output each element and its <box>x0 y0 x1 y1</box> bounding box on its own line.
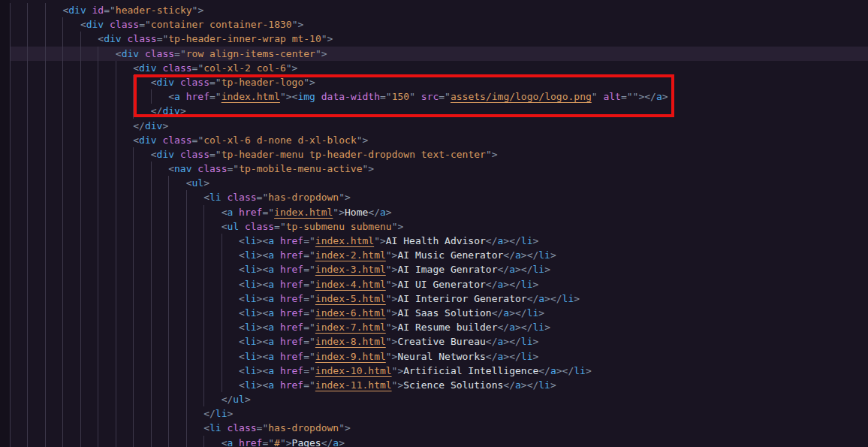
tag-name: nav <box>174 163 191 174</box>
tag-name: li <box>521 235 533 246</box>
code-line[interactable]: <li><a href="index-11.html">Science Solu… <box>10 378 868 392</box>
tag-name: li <box>574 365 586 376</box>
code-line[interactable]: </li> <box>10 406 868 421</box>
code-line[interactable]: <div class="container container-1830"> <box>10 17 868 32</box>
tag-name: a <box>268 351 274 362</box>
punct: =" <box>262 207 274 218</box>
indent-guide <box>116 205 133 219</box>
text-content: Science Solutions <box>403 379 503 391</box>
indent-guide <box>116 320 133 334</box>
punct: "> <box>363 163 375 174</box>
punct: < <box>133 62 139 74</box>
attr-name: href <box>274 235 303 246</box>
code-line[interactable]: <nav class="tp-mobile-menu-active"> <box>10 162 868 176</box>
indent-guide <box>133 176 150 190</box>
code-editor[interactable]: <div id="header-sticky"><div class="cont… <box>0 0 868 447</box>
indent-guide <box>116 190 133 204</box>
file-link[interactable]: index-5.html <box>315 293 386 304</box>
gutter-strip <box>0 0 10 447</box>
indent-guide <box>222 248 239 262</box>
code-line[interactable]: </div> <box>10 119 868 133</box>
file-link[interactable]: index-10.html <box>315 365 392 376</box>
code-line[interactable]: <li><a href="index-7.html">AI Resume bui… <box>10 320 868 334</box>
file-link[interactable]: index-3.html <box>315 264 386 275</box>
file-link[interactable]: index-4.html <box>315 279 386 290</box>
code-line[interactable]: <a href="#">Pages</a> <box>10 436 868 447</box>
indent-guide <box>27 176 44 190</box>
code-area[interactable]: <div id="header-sticky"><div class="cont… <box>10 3 868 447</box>
indent-guide <box>10 133 27 147</box>
indent-guide <box>10 205 27 219</box>
attr-name: class <box>139 48 174 59</box>
indent-guide <box>133 248 150 262</box>
code-line[interactable]: </ul> <box>10 392 868 406</box>
tag-name: li <box>245 293 257 304</box>
code-line[interactable]: <li><a href="index-2.html">AI Music Gene… <box>10 248 868 262</box>
indent-guide <box>10 320 27 334</box>
code-line[interactable]: <li><a href="index-8.html">Creative Bure… <box>10 334 868 349</box>
punct: =" <box>303 336 315 347</box>
file-link[interactable]: index.html <box>222 91 280 102</box>
file-link[interactable]: index-9.html <box>315 351 386 362</box>
file-link[interactable]: assets/img/logo/logo.png <box>451 91 592 102</box>
punct: ></ <box>515 322 532 333</box>
code-line[interactable]: <li><a href="index-4.html">AI UI Generat… <box>10 277 868 291</box>
code-line[interactable]: <div id="header-sticky"> <box>10 3 868 17</box>
code-line[interactable]: <li class="has-dropdown"> <box>10 190 868 204</box>
indent-guide <box>133 75 150 89</box>
code-line[interactable]: <div class="tp-header-menu tp-header-dro… <box>10 147 868 162</box>
string-value: tp-header-menu tp-header-dropdown text-c… <box>222 149 486 160</box>
code-line[interactable]: </div> <box>10 104 868 118</box>
code-line[interactable]: <li><a href="index-3.html">AI Image Genr… <box>10 262 868 276</box>
punct: ></ <box>503 351 520 362</box>
punct: < <box>239 379 245 391</box>
code-line[interactable]: <div class="col-xl-2 col-6"> <box>10 61 868 75</box>
punct: ></ <box>521 249 538 261</box>
file-link[interactable]: index-8.html <box>315 336 386 347</box>
code-line-current[interactable]: <div class="row align-items-center"> <box>10 47 868 61</box>
indent-guide <box>45 162 62 176</box>
indent-guide <box>222 306 239 320</box>
code-line[interactable]: <a href="index.html"><img data-width="15… <box>10 89 868 104</box>
indent-guide <box>45 176 62 190</box>
indent-guide <box>10 306 27 320</box>
code-line[interactable]: <li><a href="index-6.html">AI Saas Solut… <box>10 306 868 320</box>
string-value: 150 <box>392 91 409 102</box>
file-link[interactable]: index-7.html <box>315 322 386 333</box>
indent-guide <box>116 364 133 378</box>
code-line[interactable]: <li class="has-dropdown"> <box>10 421 868 435</box>
code-line[interactable]: <li><a href="index-10.html">Artificial I… <box>10 364 868 378</box>
code-line[interactable]: <div class="col-xl-6 d-none d-xl-block"> <box>10 133 868 147</box>
file-link[interactable]: index-11.html <box>315 379 392 391</box>
file-link[interactable]: index.html <box>315 235 374 246</box>
indent-guide <box>222 334 239 349</box>
indent-guide <box>62 119 80 133</box>
indent-guide <box>27 190 44 204</box>
indent-guide <box>186 234 203 248</box>
file-link[interactable]: index-2.html <box>315 249 386 261</box>
file-link[interactable]: index-6.html <box>315 307 386 319</box>
string-value: has-dropdown <box>268 422 339 433</box>
indent-guide <box>151 392 168 406</box>
code-line[interactable]: <ul> <box>10 176 868 190</box>
indent-guide <box>27 17 44 32</box>
indent-guide <box>10 291 27 306</box>
tag-name: a <box>538 293 544 304</box>
string-value: tp-header-inner-wrap mt-10 <box>168 33 321 44</box>
punct: " <box>592 91 598 102</box>
indent-guide <box>10 219 27 234</box>
punct: </ <box>498 322 510 333</box>
file-link[interactable]: index.html <box>274 207 333 218</box>
code-line[interactable]: <div class="tp-header-logo"> <box>10 75 868 89</box>
punct: =" <box>262 437 274 447</box>
indent-guide <box>133 349 150 364</box>
indent-guide <box>45 277 62 291</box>
tag-name: li <box>562 293 574 304</box>
code-line[interactable]: <li><a href="index.html">AI Health Advis… <box>10 234 868 248</box>
code-line[interactable]: <ul class="tp-submenu submenu"> <box>10 219 868 234</box>
code-line[interactable]: <a href="index.html">Home</a> <box>10 205 868 219</box>
indent-guide <box>98 320 115 334</box>
code-line[interactable]: <li><a href="index-5.html">AI Interiror … <box>10 291 868 306</box>
code-line[interactable]: <li><a href="index-9.html">Neural Networ… <box>10 349 868 364</box>
code-line[interactable]: <div class="tp-header-inner-wrap mt-10"> <box>10 32 868 46</box>
